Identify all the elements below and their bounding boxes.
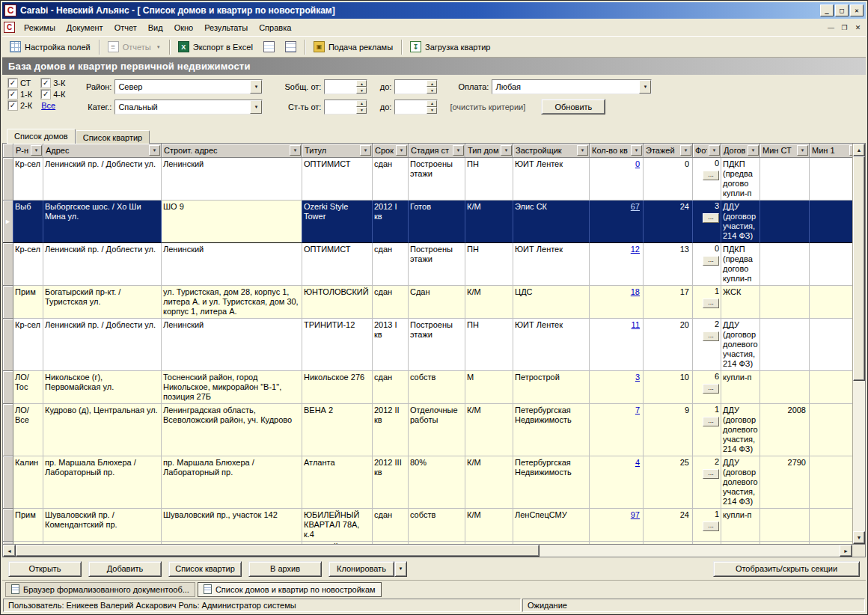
checkbox-4k-box[interactable]: ✓	[41, 90, 50, 99]
cell-apt_count[interactable]: 0	[590, 158, 644, 201]
menu-okno[interactable]: Окно	[169, 21, 199, 34]
payment-select[interactable]: Любая ▼	[492, 79, 652, 94]
cell-title[interactable]: ЮБИЛЕЙНЫЙ КВАРТАЛ 78А, к.4	[302, 509, 373, 542]
cell-house_type[interactable]: К/М	[465, 286, 513, 319]
cell-region[interactable]: ЛО/Все	[13, 404, 43, 456]
photo-browse-button[interactable]: ...	[703, 256, 719, 266]
cell-min_st[interactable]: 2790	[760, 456, 810, 509]
scroll-down-icon[interactable]: ▼	[853, 531, 865, 544]
cell-developer[interactable]: Гатчинский	[513, 542, 590, 544]
area-from-field[interactable]	[325, 80, 356, 94]
mdi-tab-houses[interactable]: Список домов и квартир по новостройкам	[198, 582, 382, 597]
cell-contract[interactable]: ДДУ (договор долевого участия, 214 ФЗ)	[721, 456, 760, 509]
column-header-photo_count[interactable]: Фото▼	[693, 144, 721, 158]
checkbox-2k[interactable]: ✓2-К	[8, 101, 32, 110]
cell-address[interactable]: Кудрово (д), Центральная ул.	[43, 404, 162, 456]
column-header-apt_count[interactable]: Кол-во кв▼	[590, 144, 644, 158]
photo-browse-button[interactable]: ...	[703, 417, 719, 426]
cell-photo_count[interactable]: 1...	[693, 286, 721, 319]
load-apartments-button[interactable]: ↧ Загрузка квартир	[406, 39, 495, 55]
apartment-count-link[interactable]: 12	[631, 245, 640, 254]
apartment-count-link[interactable]: 1	[635, 543, 640, 544]
checkbox-3k-box[interactable]: ✓	[41, 79, 50, 88]
cell-term[interactable]: 2012 IV	[373, 542, 409, 544]
cell-build_address[interactable]: Ленинский	[162, 319, 302, 371]
cell-floors[interactable]: 10	[644, 371, 693, 404]
photo-browse-button[interactable]: ...	[703, 469, 719, 479]
cell-min_st[interactable]	[760, 243, 810, 286]
spin-down-icon[interactable]: ▼	[356, 107, 367, 114]
cell-house_type[interactable]: ПН	[465, 319, 513, 371]
mdi-restore-button[interactable]: ❐	[838, 22, 851, 33]
cell-stage[interactable]: Сдан	[409, 286, 465, 319]
cell-term[interactable]: 2012 III кв	[373, 456, 409, 509]
apartment-count-link[interactable]: 18	[631, 287, 640, 296]
cell-build_address[interactable]: Ленинский	[162, 243, 302, 286]
table-row[interactable]: Кр-селЛенинский пр. / Доблести ул.Ленинс…	[3, 158, 852, 201]
cell-term[interactable]: 2013 I кв	[373, 319, 409, 371]
reports-button[interactable]: ≡ Отчеты ▼	[103, 39, 165, 55]
cell-term[interactable]: сдан	[373, 158, 409, 201]
category-select[interactable]: Спальный ▼	[114, 100, 263, 114]
cell-apt_count[interactable]: 67	[590, 201, 644, 243]
apartment-count-link[interactable]: 4	[635, 458, 640, 467]
apartment-count-link[interactable]: 0	[635, 159, 640, 168]
cell-photo_count[interactable]: 2...	[693, 456, 721, 509]
row-selector[interactable]	[3, 404, 13, 456]
cell-developer[interactable]: ЮИТ Лентек	[513, 319, 590, 371]
menu-rezhimy[interactable]: Режимы	[19, 21, 61, 34]
area-to-input[interactable]: ▲▼	[394, 79, 438, 94]
table-row[interactable]: Кр-селЛенинский пр. / Доблести ул.Ленинс…	[3, 319, 852, 371]
cost-to-field[interactable]	[395, 100, 427, 114]
mdi-minimize-button[interactable]: —	[825, 22, 837, 33]
cell-title[interactable]: Атланта	[302, 456, 373, 509]
checkbox-2k-box[interactable]: ✓	[8, 101, 17, 110]
cell-developer[interactable]: ЮИТ Лентек	[513, 243, 590, 286]
menu-dokument[interactable]: Документ	[61, 21, 109, 34]
clone-dropdown-icon[interactable]: ▼	[394, 561, 407, 577]
chevron-down-icon[interactable]: ▼	[639, 80, 651, 94]
apartment-count-link[interactable]: 3	[635, 373, 640, 382]
cell-contract[interactable]: купли-п	[721, 371, 760, 404]
column-header-build_address[interactable]: Строит. адрес▼	[162, 144, 302, 158]
photo-browse-button[interactable]: ...	[703, 171, 719, 180]
cell-term[interactable]: сдан	[373, 371, 409, 404]
cell-title[interactable]: ВЕНА 2	[302, 404, 373, 456]
cell-developer[interactable]: ЛенСпецСМУ	[513, 509, 590, 542]
filter-arrow-icon[interactable]: ▼	[577, 145, 588, 156]
cell-region[interactable]: Кр-сел	[13, 243, 43, 286]
clone-button[interactable]: Клонировать	[328, 561, 394, 577]
spin-up-icon[interactable]: ▲	[356, 80, 367, 87]
vertical-scrollbar[interactable]: ▲ ▼	[852, 144, 865, 544]
cell-title[interactable]: ЮНТОЛОВСКИЙ	[302, 286, 373, 319]
table-row[interactable]: ПримБогатырский пр-кт. / Туристская ул.у…	[3, 286, 852, 319]
cell-apt_count[interactable]: 12	[590, 243, 644, 286]
cell-min_1[interactable]	[810, 158, 852, 201]
cost-to-input[interactable]: ▲▼	[394, 100, 438, 114]
filter-arrow-icon[interactable]: ▼	[290, 145, 301, 156]
child-system-icon[interactable]: C	[4, 22, 15, 33]
cell-region[interactable]: Кр-сел	[13, 542, 43, 544]
cell-min_st[interactable]	[760, 371, 810, 404]
district-select[interactable]: Север ▼	[114, 79, 263, 94]
table-row[interactable]: Кр-селЛенинский пр. / Доблести ул.Ленинс…	[3, 243, 852, 286]
cell-stage[interactable]: Готов	[409, 201, 465, 243]
cell-house_type[interactable]: 121	[465, 542, 513, 544]
photo-browse-button[interactable]: ...	[703, 299, 719, 308]
cell-min_1[interactable]	[810, 286, 852, 319]
cell-region[interactable]: Кр-сел	[13, 319, 43, 371]
area-to-spinner[interactable]: ▲▼	[427, 80, 437, 94]
row-selector[interactable]	[3, 158, 13, 201]
filter-arrow-icon[interactable]: ▼	[680, 145, 691, 156]
cell-build_address[interactable]: Ленинский	[162, 158, 302, 201]
cell-build_address[interactable]: Шуваловский пр., участок 142	[162, 509, 302, 542]
vertical-scroll-thumb[interactable]	[853, 156, 865, 381]
filter-arrow-icon[interactable]: ▼	[396, 145, 407, 156]
cell-developer[interactable]: ЦДС	[513, 286, 590, 319]
spin-up-icon[interactable]: ▲	[356, 100, 367, 107]
checkbox-4k[interactable]: ✓4-К	[41, 90, 65, 99]
filter-arrow-icon[interactable]: ▼	[709, 145, 720, 156]
cell-stage[interactable]: Построены этажи	[409, 319, 465, 371]
toggle-sections-button[interactable]: Отобразить/скрыть секции	[713, 561, 860, 577]
cell-min_1[interactable]	[810, 371, 852, 404]
